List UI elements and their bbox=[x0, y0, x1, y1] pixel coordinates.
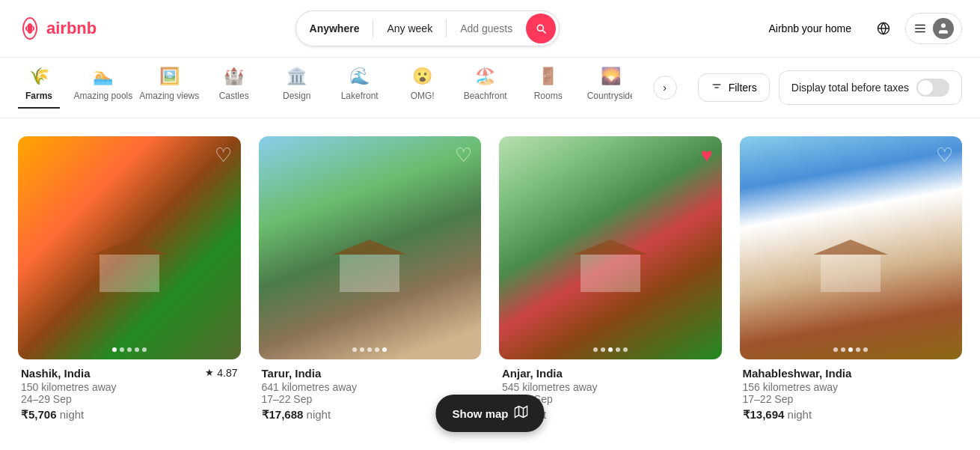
wishlist-button-tarur[interactable]: ♡ bbox=[455, 145, 472, 165]
user-menu[interactable] bbox=[905, 13, 962, 44]
category-item-rooms[interactable]: 🚪 Rooms bbox=[527, 67, 569, 109]
carousel-dot-2 bbox=[127, 347, 132, 352]
listing-image-tarur: ♡ bbox=[259, 136, 482, 359]
listing-top-row: Anjar, India bbox=[502, 367, 719, 380]
filter-controls: Filters Display total before taxes bbox=[698, 70, 962, 105]
listing-price: ₹13,694 night bbox=[743, 408, 960, 422]
category-item-castles[interactable]: 🏰 Castles bbox=[213, 67, 255, 109]
carousel-dots bbox=[352, 347, 387, 352]
category-label-countryside: Countryside bbox=[587, 91, 632, 101]
carousel-dot-3 bbox=[135, 347, 139, 352]
category-item-design[interactable]: 🏛️ Design bbox=[276, 67, 318, 109]
search-submit-button[interactable] bbox=[526, 13, 556, 43]
category-label-beachfront: Beachfront bbox=[464, 91, 507, 101]
airbnb-logo[interactable]: airbnb bbox=[18, 16, 97, 40]
hamburger-icon bbox=[913, 22, 927, 35]
listing-card-mahableshwar[interactable]: ♡ Mahableshwar, India 156 kilometres awa… bbox=[740, 136, 963, 425]
listing-location: Tarur, India bbox=[262, 367, 322, 380]
category-label-farms: Farms bbox=[25, 91, 52, 101]
listing-price: ₹5,706 night bbox=[21, 408, 238, 422]
carousel-dot-1 bbox=[120, 347, 124, 352]
price-suffix: night bbox=[307, 408, 331, 421]
carousel-dot-2 bbox=[608, 347, 613, 352]
category-icon-castles: 🏰 bbox=[224, 67, 244, 86]
house-decoration bbox=[340, 255, 399, 292]
display-total-label: Display total before taxes bbox=[791, 82, 909, 94]
search-any-week[interactable]: Any week bbox=[373, 11, 446, 46]
price-amount: ₹17,688 bbox=[262, 408, 307, 421]
price-amount: ₹13,694 bbox=[743, 408, 788, 421]
listing-image-nashik: ♡ bbox=[18, 136, 241, 359]
category-nav: 🌾 Farms 🏊 Amazing pools 🖼️ Amazing views… bbox=[0, 58, 980, 118]
category-icon-rooms: 🚪 bbox=[538, 67, 558, 86]
category-icon-omg: 😮 bbox=[412, 67, 432, 86]
house-decoration bbox=[821, 255, 881, 292]
category-icon-design: 🏛️ bbox=[287, 67, 307, 86]
map-icon bbox=[515, 405, 528, 422]
search-icon bbox=[535, 22, 547, 34]
category-items-container: 🌾 Farms 🏊 Amazing pools 🖼️ Amazing views… bbox=[18, 67, 632, 109]
category-label-amazing-pools: Amazing pools bbox=[74, 91, 133, 101]
carousel-dot-4 bbox=[382, 347, 387, 352]
listing-rating: ★ 4.87 bbox=[205, 367, 237, 379]
category-label-omg: OMG! bbox=[411, 91, 435, 101]
carousel-dots bbox=[593, 347, 628, 352]
listing-location: Mahableshwar, India bbox=[743, 367, 852, 380]
category-icon-beachfront: 🏖️ bbox=[475, 67, 495, 86]
listing-image-anjar: ♥ bbox=[499, 136, 722, 359]
category-icon-amazing-pools: 🏊 bbox=[93, 67, 113, 86]
wishlist-button-nashik[interactable]: ♡ bbox=[215, 145, 232, 165]
logo-text: airbnb bbox=[46, 19, 97, 38]
listing-top-row: Mahableshwar, India bbox=[743, 367, 960, 380]
header-right: Airbnb your home bbox=[758, 13, 962, 44]
listing-distance: 545 kilometres away bbox=[502, 381, 719, 393]
carousel-dot-1 bbox=[841, 347, 845, 352]
category-item-omg[interactable]: 😮 OMG! bbox=[402, 67, 444, 109]
listing-card-nashik[interactable]: ♡ Nashik, India ★ 4.87 150 kilometres aw… bbox=[18, 136, 241, 425]
svg-marker-8 bbox=[515, 407, 527, 418]
carousel-dot-3 bbox=[856, 347, 860, 352]
show-map-label: Show map bbox=[452, 407, 508, 420]
category-item-countryside[interactable]: 🌄 Countryside bbox=[590, 67, 632, 109]
wishlist-button-mahableshwar[interactable]: ♡ bbox=[936, 145, 953, 165]
listing-image-mahableshwar: ♡ bbox=[740, 136, 963, 359]
listing-info-nashik: Nashik, India ★ 4.87 150 kilometres away… bbox=[18, 359, 241, 425]
category-item-amazing-views[interactable]: 🖼️ Amazing views bbox=[147, 67, 192, 109]
show-map-container: Show map bbox=[435, 395, 544, 432]
carousel-dot-3 bbox=[375, 347, 379, 352]
category-item-beachfront[interactable]: 🏖️ Beachfront bbox=[465, 67, 506, 109]
carousel-dot-1 bbox=[360, 347, 364, 352]
language-button[interactable] bbox=[871, 16, 896, 41]
category-icon-countryside: 🌄 bbox=[601, 67, 621, 86]
listing-card-anjar[interactable]: ♥ Anjar, India 545 kilometres away 17–22… bbox=[499, 136, 722, 425]
header: airbnb Anywhere Any week Add guests Airb… bbox=[0, 0, 980, 58]
search-add-guests[interactable]: Add guests bbox=[447, 11, 526, 46]
house-decoration bbox=[99, 255, 159, 292]
category-item-farms[interactable]: 🌾 Farms bbox=[18, 67, 60, 109]
filters-button[interactable]: Filters bbox=[698, 73, 770, 102]
listing-location: Nashik, India bbox=[21, 367, 91, 380]
category-nav-next[interactable]: › bbox=[653, 76, 677, 100]
carousel-dot-2 bbox=[367, 347, 372, 352]
carousel-dot-0 bbox=[112, 347, 117, 352]
category-item-amazing-pools[interactable]: 🏊 Amazing pools bbox=[81, 67, 126, 109]
show-map-button[interactable]: Show map bbox=[435, 395, 544, 432]
listing-card-tarur[interactable]: ♡ Tarur, India 641 kilometres away 17–22… bbox=[259, 136, 482, 425]
listing-dates: 24–29 Sep bbox=[21, 393, 238, 405]
airbnb-home-button[interactable]: Airbnb your home bbox=[758, 15, 862, 42]
carousel-dot-4 bbox=[623, 347, 628, 352]
category-label-design: Design bbox=[283, 91, 310, 101]
category-icon-lakefront: 🌊 bbox=[349, 67, 370, 86]
carousel-dot-4 bbox=[142, 347, 147, 352]
map-icon-svg bbox=[515, 405, 528, 419]
filters-label: Filters bbox=[729, 82, 757, 94]
category-item-lakefront[interactable]: 🌊 Lakefront bbox=[339, 67, 381, 109]
carousel-dot-4 bbox=[863, 347, 868, 352]
listing-top-row: Nashik, India ★ 4.87 bbox=[21, 367, 238, 380]
display-total-toggle[interactable] bbox=[916, 79, 949, 97]
globe-icon bbox=[877, 22, 890, 35]
svg-point-4 bbox=[941, 23, 946, 28]
category-icon-amazing-views: 🖼️ bbox=[159, 67, 180, 86]
search-anywhere[interactable]: Anywhere bbox=[296, 11, 373, 46]
wishlist-button-anjar[interactable]: ♥ bbox=[701, 145, 712, 165]
